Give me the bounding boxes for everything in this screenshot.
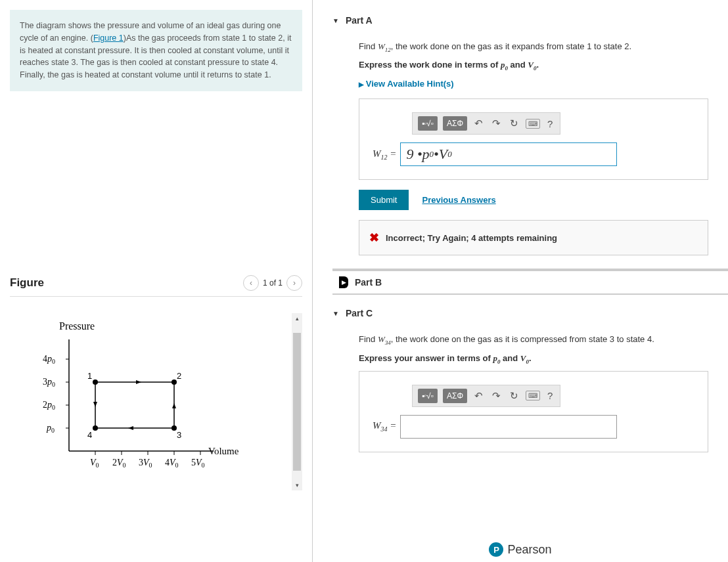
scroll-down-icon[interactable]: ▾ bbox=[292, 480, 302, 490]
template-button[interactable]: ▪▫√▫ bbox=[418, 116, 438, 131]
undo-icon[interactable]: ↶ bbox=[472, 118, 485, 129]
svg-text:2V0: 2V0 bbox=[112, 458, 126, 469]
hints-toggle[interactable]: View Available Hint(s) bbox=[359, 79, 708, 89]
svg-point-29 bbox=[171, 425, 177, 431]
svg-marker-22 bbox=[172, 403, 176, 408]
reset-icon[interactable]: ↻ bbox=[508, 118, 520, 129]
part-b-title: Part B bbox=[355, 277, 382, 288]
svg-point-27 bbox=[171, 379, 177, 385]
svg-text:V0: V0 bbox=[90, 458, 99, 469]
greek-button[interactable]: ΑΣΦ bbox=[443, 116, 467, 131]
help-icon[interactable]: ? bbox=[545, 390, 555, 401]
svg-marker-21 bbox=[136, 380, 141, 384]
feedback-box: ✖ Incorrect; Try Again; 4 attempts remai… bbox=[359, 220, 708, 255]
part-c-header[interactable]: ▼ Part C bbox=[332, 303, 728, 324]
incorrect-icon: ✖ bbox=[369, 230, 379, 245]
svg-text:p0: p0 bbox=[46, 423, 55, 434]
y-axis-label: Pressure bbox=[59, 320, 95, 332]
previous-answers-link[interactable]: Previous Answers bbox=[422, 195, 495, 205]
submit-button[interactable]: Submit bbox=[359, 190, 409, 210]
svg-text:4V0: 4V0 bbox=[165, 458, 179, 469]
part-a-express: Express the work done in terms of p0 and… bbox=[359, 59, 708, 72]
svg-text:3p0: 3p0 bbox=[43, 377, 55, 388]
answer-label-a: W12 = bbox=[373, 148, 396, 161]
scroll-up-icon[interactable]: ▴ bbox=[292, 313, 302, 324]
svg-point-31 bbox=[93, 425, 98, 431]
svg-text:1: 1 bbox=[87, 371, 92, 381]
feedback-text: Incorrect; Try Again; 4 attempts remaini… bbox=[386, 233, 557, 243]
part-a-title: Part A bbox=[346, 15, 373, 26]
svg-text:2p0: 2p0 bbox=[43, 400, 55, 411]
redo-icon[interactable]: ↷ bbox=[490, 118, 503, 129]
figure-title: Figure bbox=[10, 276, 44, 290]
figure-link[interactable]: Figure 1 bbox=[93, 33, 124, 43]
reset-icon[interactable]: ↻ bbox=[508, 390, 520, 402]
prev-figure-button[interactable]: ‹ bbox=[243, 275, 259, 291]
part-c-title: Part C bbox=[346, 308, 373, 318]
svg-text:3: 3 bbox=[177, 430, 181, 440]
help-icon[interactable]: ? bbox=[545, 118, 555, 129]
answer-box-a: ▪▫√▫ ΑΣΦ ↶ ↷ ↻ ⌨ ? W12 = 9 • p0 • V0 bbox=[359, 98, 708, 180]
svg-text:4p0: 4p0 bbox=[43, 354, 55, 365]
problem-description: The diagram shows the pressure and volum… bbox=[10, 10, 302, 91]
svg-marker-24 bbox=[93, 402, 97, 407]
part-c-express: Express your answer in terms of p0 and V… bbox=[359, 353, 708, 366]
answer-input-a[interactable]: 9 • p0 • V0 bbox=[400, 142, 617, 166]
answer-box-c: ▪▫√▫ ΑΣΦ ↶ ↷ ↻ ⌨ ? W34 = bbox=[359, 371, 708, 452]
pearson-logo-icon: P bbox=[489, 542, 503, 557]
svg-rect-20 bbox=[95, 382, 174, 428]
redo-icon[interactable]: ↷ bbox=[490, 390, 503, 402]
equation-toolbar: ▪▫√▫ ΑΣΦ ↶ ↷ ↻ ⌨ ? bbox=[412, 385, 560, 407]
equation-toolbar: ▪▫√▫ ΑΣΦ ↶ ↷ ↻ ⌨ ? bbox=[412, 112, 560, 135]
x-axis-label: Volume bbox=[208, 446, 239, 456]
svg-text:2: 2 bbox=[177, 371, 181, 381]
scroll-thumb[interactable] bbox=[293, 333, 301, 471]
keyboard-icon[interactable]: ⌨ bbox=[526, 391, 540, 400]
brand-text: Pearson bbox=[507, 543, 551, 557]
part-a-prompt: Find W12, the work done on the gas as it… bbox=[359, 41, 708, 54]
scrollbar[interactable]: ▴ ▾ bbox=[292, 313, 302, 490]
pager-text: 1 of 1 bbox=[263, 278, 283, 288]
caret-down-icon: ▼ bbox=[332, 310, 339, 317]
svg-text:5V0: 5V0 bbox=[191, 458, 205, 469]
answer-label-c: W34 = bbox=[373, 420, 396, 433]
svg-point-25 bbox=[93, 379, 98, 385]
svg-text:3V0: 3V0 bbox=[139, 458, 152, 469]
svg-text:4: 4 bbox=[87, 430, 92, 440]
greek-button[interactable]: ΑΣΦ bbox=[443, 389, 467, 403]
brand-footer: P Pearson bbox=[313, 542, 728, 557]
part-b-header[interactable]: ▶ Part B bbox=[332, 270, 728, 295]
figure-canvas: Pressure 4p0 3p0 2p0 p0 V0 2V0 3V0 4V0 5… bbox=[10, 313, 302, 517]
caret-down-icon: ▼ bbox=[332, 17, 339, 24]
svg-marker-23 bbox=[128, 426, 133, 430]
keyboard-icon[interactable]: ⌨ bbox=[526, 119, 540, 129]
figure-pager: ‹ 1 of 1 › bbox=[243, 275, 302, 291]
part-c-prompt: Find W34, the work done on the gas as it… bbox=[359, 334, 708, 347]
template-button[interactable]: ▪▫√▫ bbox=[418, 389, 438, 403]
undo-icon[interactable]: ↶ bbox=[472, 390, 485, 402]
next-figure-button[interactable]: › bbox=[286, 275, 302, 291]
caret-right-icon: ▶ bbox=[339, 276, 348, 288]
answer-input-c[interactable] bbox=[400, 415, 617, 439]
part-a-header[interactable]: ▼ Part A bbox=[332, 10, 728, 31]
